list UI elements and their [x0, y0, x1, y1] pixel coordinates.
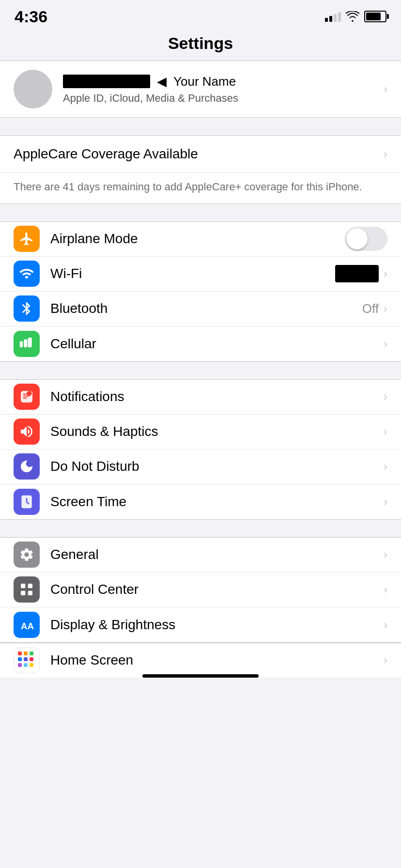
donotdisturb-chevron: › — [384, 460, 387, 473]
toggle-knob — [346, 228, 368, 249]
notifications-icon — [19, 389, 34, 404]
general-chevron: › — [384, 548, 387, 561]
signal-bar-4 — [338, 12, 341, 22]
bluetooth-label: Bluetooth — [50, 301, 362, 316]
bluetooth-chevron: › — [384, 302, 387, 315]
wifi-icon-bg — [14, 261, 40, 287]
svg-text:AA: AA — [21, 621, 34, 631]
notifications-chevron: › — [384, 390, 387, 403]
avatar — [14, 70, 52, 108]
your-name-label: Your Name — [173, 74, 236, 89]
svg-rect-0 — [21, 341, 23, 347]
wifi-status-icon — [346, 11, 359, 22]
svg-rect-19 — [18, 663, 22, 667]
bluetooth-icon — [19, 301, 34, 316]
svg-rect-10 — [21, 591, 25, 595]
profile-subtitle: Apple ID, iCloud, Media & Purchases — [63, 92, 379, 105]
svg-rect-13 — [18, 651, 22, 655]
airplane-icon — [19, 231, 34, 247]
display-chevron: › — [384, 618, 387, 632]
signal-bar-1 — [325, 18, 328, 22]
notifications-icon-bg — [14, 384, 40, 410]
cellular-chevron: › — [384, 337, 387, 351]
home-bar — [142, 674, 259, 678]
homescreen-section: Home Screen › — [0, 643, 401, 678]
sounds-label: Sounds & Haptics — [50, 424, 384, 439]
cellular-row[interactable]: Cellular › — [0, 326, 401, 361]
profile-name-row: ◀ Your Name — [63, 74, 379, 89]
homescreen-icon-bg — [14, 647, 40, 673]
arrow-left-icon: ◀ — [157, 74, 167, 89]
notifications-label: Notifications — [50, 389, 384, 404]
page-title: Settings — [168, 34, 233, 52]
bluetooth-row[interactable]: Bluetooth Off › — [0, 292, 401, 326]
status-time: 4:36 — [15, 7, 47, 26]
wifi-chevron: › — [384, 267, 387, 280]
profile-name-redacted — [63, 75, 150, 88]
airplane-mode-toggle[interactable] — [345, 227, 387, 251]
general-row[interactable]: General › — [0, 538, 401, 573]
svg-rect-8 — [21, 584, 25, 588]
svg-rect-1 — [25, 339, 27, 347]
battery-icon — [364, 11, 386, 22]
spacer-1 — [0, 118, 401, 135]
gear-icon — [19, 547, 34, 562]
donotdisturb-row[interactable]: Do Not Disturb › — [0, 450, 401, 484]
status-bar: 4:36 — [0, 0, 401, 29]
spacer-3 — [0, 362, 401, 379]
svg-rect-18 — [30, 657, 33, 661]
bluetooth-icon-bg — [14, 295, 40, 322]
nav-title: Settings — [0, 29, 401, 61]
system-section: General › Control Center › AA Display & … — [0, 537, 401, 643]
applecare-chevron: › — [384, 147, 387, 161]
signal-bars-icon — [325, 11, 341, 22]
moon-icon — [19, 459, 34, 474]
svg-rect-9 — [28, 584, 32, 588]
airplane-mode-icon-bg — [14, 226, 40, 252]
svg-rect-2 — [30, 337, 32, 347]
profile-chevron: › — [384, 82, 387, 96]
connectivity-section: Airplane Mode Wi-Fi › Bluetooth Off › — [0, 221, 401, 362]
controlcenter-icon-bg — [14, 576, 40, 603]
signal-bar-3 — [334, 14, 337, 22]
applecare-row[interactable]: AppleCare Coverage Available › — [0, 136, 401, 173]
bluetooth-value: Off — [362, 301, 379, 316]
svg-rect-21 — [30, 663, 33, 667]
homescreen-row[interactable]: Home Screen › — [0, 643, 401, 678]
cellular-icon — [19, 336, 34, 352]
notifications-row[interactable]: Notifications › — [0, 380, 401, 415]
notifications-section: Notifications › Sounds & Haptics › Do No… — [0, 379, 401, 520]
displaybrightness-row[interactable]: AA Display & Brightness › — [0, 607, 401, 642]
spacer-4 — [0, 520, 401, 537]
wifi-row[interactable]: Wi-Fi › — [0, 257, 401, 292]
svg-point-4 — [27, 391, 32, 396]
general-icon-bg — [14, 542, 40, 568]
screentime-icon-bg — [14, 489, 40, 515]
homescreen-icon — [17, 651, 36, 670]
svg-rect-17 — [24, 657, 28, 661]
applecare-label: AppleCare Coverage Available — [14, 146, 379, 162]
homescreen-chevron: › — [384, 653, 387, 667]
screentime-row[interactable]: Screen Time › — [0, 484, 401, 519]
screentime-label: Screen Time — [50, 494, 384, 510]
controlcenter-label: Control Center — [50, 582, 384, 597]
cellular-label: Cellular — [50, 336, 384, 352]
screentime-icon — [19, 494, 34, 510]
sounds-icon-bg — [14, 418, 40, 445]
profile-row[interactable]: ◀ Your Name Apple ID, iCloud, Media & Pu… — [0, 61, 401, 118]
display-icon: AA — [19, 617, 34, 633]
controlcenter-row[interactable]: Control Center › — [0, 573, 401, 607]
wifi-row-icon — [19, 266, 34, 281]
spacer-2 — [0, 204, 401, 221]
sounds-chevron: › — [384, 425, 387, 438]
svg-rect-15 — [30, 651, 33, 655]
airplane-mode-label: Airplane Mode — [50, 231, 345, 247]
sounds-row[interactable]: Sounds & Haptics › — [0, 415, 401, 450]
svg-rect-20 — [24, 663, 28, 667]
cellular-icon-bg — [14, 331, 40, 357]
donotdisturb-icon-bg — [14, 453, 40, 480]
homescreen-label: Home Screen — [50, 652, 384, 668]
screentime-chevron: › — [384, 495, 387, 509]
airplane-mode-row[interactable]: Airplane Mode — [0, 222, 401, 257]
svg-rect-11 — [28, 591, 32, 595]
